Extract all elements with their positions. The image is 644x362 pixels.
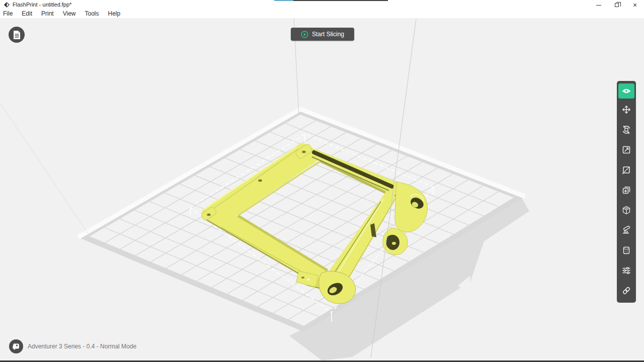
title-bar: FlashPrint - untitled.fpp*: [0, 0, 644, 9]
close-button[interactable]: ×: [626, 0, 644, 10]
tool-scale-button[interactable]: [617, 140, 636, 160]
machine-status-bar: Adventurer 3 Series - 0.4 - Normal Mode: [9, 339, 136, 353]
menu-tools[interactable]: Tools: [80, 9, 104, 18]
tool-view-button[interactable]: [617, 82, 636, 100]
tool-rotate-button[interactable]: [617, 120, 636, 140]
rotate-icon: [621, 125, 631, 135]
tool-cut-button[interactable]: [617, 160, 636, 180]
minimize-button[interactable]: [590, 0, 608, 10]
move-arrows-icon: [621, 105, 631, 115]
active-tool-highlight: [618, 83, 634, 99]
top-strip-blue: [274, 0, 293, 1]
play-circle-icon: [301, 31, 308, 38]
tool-supports-button[interactable]: [617, 220, 636, 240]
viewport-3d[interactable]: [0, 0, 644, 362]
eye-icon: [621, 86, 631, 96]
restore-icon: [615, 3, 619, 7]
window-controls: ×: [590, 0, 644, 10]
supports-icon: [621, 225, 631, 235]
cube-icon: [621, 205, 631, 215]
menu-file[interactable]: File: [0, 9, 17, 18]
duplicate-plus-icon: [621, 185, 631, 195]
start-slicing-label: Start Slicing: [312, 31, 344, 38]
tool-link-button[interactable]: [617, 281, 636, 301]
printer-icon: [12, 342, 21, 351]
cut-icon: [621, 165, 631, 175]
minimize-icon: [596, 5, 601, 6]
machine-info-label: Adventurer 3 Series - 0.4 - Normal Mode: [28, 343, 136, 350]
load-file-button[interactable]: [9, 27, 25, 43]
menu-print[interactable]: Print: [37, 9, 58, 18]
top-strip-dark: [293, 0, 388, 1]
material-tank-icon: [621, 245, 631, 255]
tool-duplicate-button[interactable]: [617, 180, 636, 200]
menu-view[interactable]: View: [58, 9, 80, 18]
sliders-icon: [621, 265, 631, 276]
menu-bar: File Edit Print View Tools Help: [0, 9, 644, 18]
link-icon: [621, 286, 631, 296]
scale-icon: [621, 145, 631, 155]
flashprint-logo-icon: [4, 2, 10, 8]
right-toolbar: [617, 81, 636, 303]
tool-move-button[interactable]: [617, 100, 636, 120]
start-slicing-button[interactable]: Start Slicing: [291, 28, 354, 41]
restore-button[interactable]: [608, 0, 626, 10]
menu-edit[interactable]: Edit: [17, 9, 37, 18]
tool-adjust-button[interactable]: [617, 260, 636, 281]
tool-model-button[interactable]: [617, 200, 636, 220]
close-icon: ×: [633, 2, 637, 9]
machine-select-button[interactable]: [9, 339, 23, 353]
document-icon: [13, 30, 21, 40]
tool-material-button[interactable]: [617, 240, 636, 260]
menu-help[interactable]: Help: [104, 9, 125, 18]
window-title: FlashPrint - untitled.fpp*: [13, 2, 71, 8]
